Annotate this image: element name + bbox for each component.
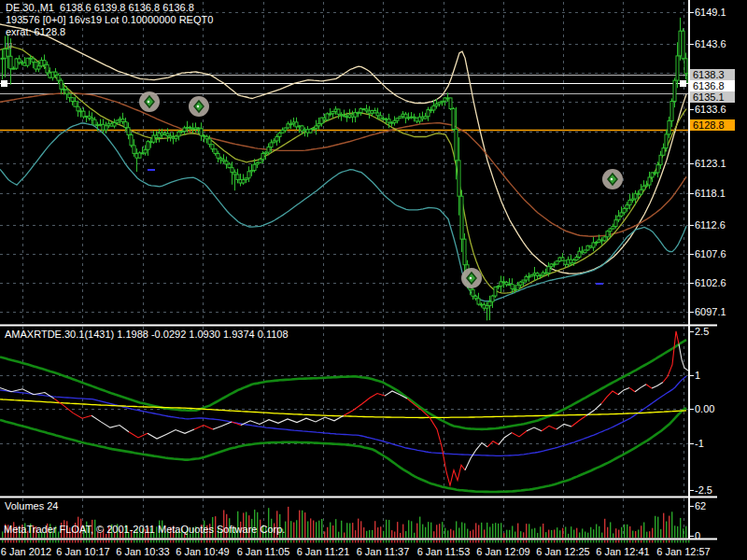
- volume-bar: [374, 521, 375, 538]
- time-tick-dash: [92, 540, 92, 543]
- volume-bar: [545, 532, 546, 538]
- time-tick-dash: [352, 540, 353, 543]
- time-tick-dash: [562, 540, 563, 543]
- volume-bar: [685, 526, 686, 538]
- price-badge-label: 6128.8: [693, 119, 725, 131]
- volume-bar: [514, 532, 515, 538]
- volume-bar: [316, 522, 317, 538]
- trade-marker[interactable]: [189, 96, 209, 117]
- candle-body: [208, 139, 211, 145]
- time-tick-dash: [599, 540, 599, 543]
- volume-bar: [548, 530, 549, 538]
- volume-bar: [537, 533, 538, 538]
- volume-bar: [447, 530, 448, 538]
- time-tick-dash: [78, 540, 78, 543]
- lower-green-band: [0, 408, 686, 492]
- volume-bar: [304, 512, 305, 538]
- candle-body: [491, 296, 494, 301]
- time-tick-dash: [257, 540, 258, 543]
- time-tick-dash: [106, 540, 106, 543]
- time-axis-label: 6 Jan 2012: [1, 546, 51, 557]
- candle-body: [247, 172, 250, 178]
- time-tick-dash: [587, 540, 588, 543]
- indicator-panel[interactable]: [0, 331, 688, 492]
- time-tick-dash: [215, 540, 216, 543]
- trade-marker[interactable]: [602, 169, 623, 189]
- candle-body: [494, 287, 497, 296]
- time-tick-dash: [363, 540, 364, 543]
- time-tick-dash: [405, 540, 406, 543]
- main-chart-panel[interactable]: [0, 18, 690, 321]
- time-tick-dash: [514, 540, 515, 543]
- trade-marker[interactable]: [139, 91, 160, 112]
- time-tick-dash: [72, 540, 73, 543]
- candle-body: [458, 161, 460, 196]
- candle-body: [449, 98, 452, 109]
- volume-bar: [363, 527, 364, 538]
- volume-bar: [290, 521, 291, 538]
- candle-body: [43, 61, 46, 65]
- price-axis-label: 6133.6: [695, 104, 726, 115]
- time-tick-dash: [419, 540, 420, 543]
- volume-bar: [540, 526, 541, 538]
- volume-bar: [652, 528, 653, 538]
- candle-body: [113, 122, 116, 126]
- volume-axis-label: 0: [695, 530, 700, 541]
- candle-body: [603, 237, 606, 241]
- time-tick-dash: [666, 540, 667, 543]
- candle-body: [684, 59, 687, 74]
- time-tick-dash: [190, 540, 190, 543]
- volume-bar: [458, 527, 459, 538]
- time-tick-dash: [302, 540, 303, 543]
- time-tick-dash: [229, 540, 230, 543]
- hline-handle[interactable]: [1, 80, 7, 87]
- volume-bar: [512, 525, 513, 538]
- volume-bar: [503, 533, 504, 538]
- time-tick-dash: [167, 540, 168, 543]
- volume-bar: [663, 513, 664, 538]
- time-tick-dash: [610, 540, 611, 543]
- time-tick-dash: [671, 540, 672, 543]
- time-axis-label: 6 Jan 12:09: [476, 546, 530, 557]
- time-tick-dash: [218, 540, 218, 543]
- time-tick-dash: [220, 540, 221, 543]
- time-tick-dash: [635, 540, 636, 543]
- candle-body: [432, 105, 435, 110]
- time-tick-dash: [58, 540, 59, 543]
- volume-bar: [360, 521, 361, 538]
- time-tick-dash: [453, 540, 454, 543]
- volume-bar: [615, 528, 616, 538]
- candle-body: [57, 75, 60, 80]
- volume-bar: [498, 524, 499, 538]
- time-tick-dash: [442, 540, 443, 543]
- time-tick-dash: [458, 540, 459, 543]
- volume-bar: [585, 532, 585, 538]
- volume-bar: [551, 530, 552, 538]
- volume-bar: [579, 532, 580, 538]
- indicator-axis-label: 2.5: [695, 326, 709, 337]
- candle-body: [656, 165, 659, 173]
- candle-body: [124, 122, 127, 128]
- time-tick-dash: [545, 540, 546, 543]
- time-axis-label: 6 Jan 11:21: [297, 546, 350, 557]
- volume-bar: [677, 526, 678, 538]
- grid: [0, 2, 688, 538]
- volume-bar: [582, 528, 583, 538]
- chart-canvas[interactable]: 6149.16143.66133.66123.16118.16112.66107…: [0, 0, 747, 560]
- metatrader-chart-window[interactable]: { "window": {"width": 800, "height": 600…: [0, 0, 747, 560]
- time-tick-dash: [688, 540, 689, 543]
- time-tick-dash: [332, 540, 333, 543]
- volume-bar: [464, 523, 465, 538]
- trade-marker[interactable]: [461, 268, 482, 288]
- time-tick-dash: [607, 540, 608, 543]
- time-tick-dash: [484, 540, 485, 543]
- hline-handle[interactable]: [680, 80, 686, 87]
- volume-bar: [324, 531, 325, 538]
- candle-body: [46, 64, 49, 73]
- time-tick-dash: [430, 540, 431, 543]
- time-tick-dash: [108, 540, 109, 543]
- time-tick-dash: [293, 540, 294, 543]
- volume-bar: [481, 523, 482, 538]
- time-tick-dash: [565, 540, 566, 543]
- volume-bar: [335, 519, 336, 538]
